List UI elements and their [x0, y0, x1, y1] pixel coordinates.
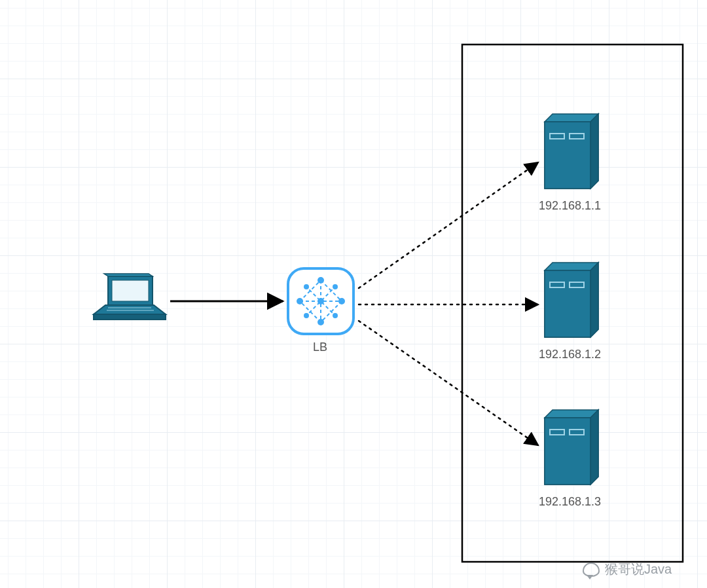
- server-3-icon: [545, 410, 598, 485]
- load-balancer-icon: [288, 268, 354, 334]
- server-cluster-box: [462, 45, 683, 562]
- svg-point-15: [333, 284, 338, 289]
- arrow-lb-to-server-3: [359, 321, 538, 445]
- svg-point-10: [317, 319, 324, 325]
- svg-point-13: [317, 298, 324, 304]
- svg-point-11: [297, 298, 303, 304]
- server-1-icon: [545, 114, 598, 189]
- server-2-label: 192.168.1.2: [539, 348, 601, 361]
- svg-line-8: [305, 285, 336, 317]
- svg-point-9: [317, 277, 324, 284]
- server-2-icon: [545, 263, 598, 337]
- watermark: 猴哥说Java: [583, 560, 672, 578]
- watermark-text: 猴哥说Java: [605, 560, 672, 578]
- laptop-icon: [94, 274, 166, 320]
- svg-point-17: [333, 313, 338, 318]
- diagram-stage: LB 192.168.1.1 192.168.1.2 192.168.1.3 猴…: [0, 0, 707, 588]
- svg-point-16: [304, 313, 309, 318]
- svg-rect-4: [288, 268, 354, 334]
- speech-bubble-icon: [583, 562, 600, 577]
- svg-line-7: [305, 285, 336, 317]
- arrow-lb-to-server-1: [359, 162, 538, 288]
- server-1-label: 192.168.1.1: [539, 199, 601, 213]
- svg-rect-3: [112, 280, 149, 301]
- server-3-label: 192.168.1.3: [539, 495, 601, 509]
- svg-point-14: [304, 284, 309, 289]
- load-balancer-label: LB: [313, 340, 327, 354]
- svg-point-12: [338, 298, 345, 304]
